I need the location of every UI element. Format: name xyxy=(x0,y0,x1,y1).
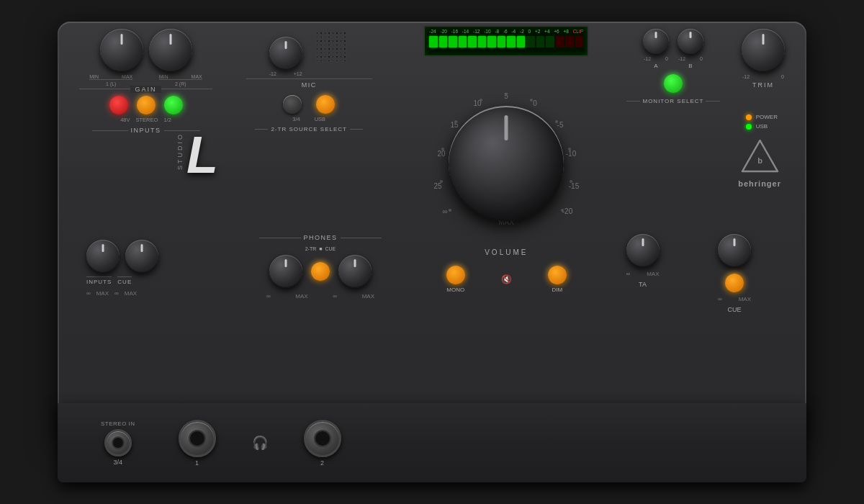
monitor-b-knob[interactable] xyxy=(678,29,703,55)
vu-bars xyxy=(429,36,583,48)
front-panel: STEREO IN 3/4 1 🎧 2 xyxy=(58,403,806,482)
phones-min-1: ∞ xyxy=(266,293,271,300)
inputs-label: INPUTS xyxy=(131,127,161,134)
mixing-section: INPUTS CUE ∞ MAX ∞ MAX xyxy=(86,234,248,297)
monitor-a-min: -12 xyxy=(644,56,651,61)
svg-text:-5: -5 xyxy=(557,121,564,129)
mixing-min-1: ∞ xyxy=(86,290,91,297)
jack-1 xyxy=(179,420,216,457)
mixing-inputs-label: INPUTS xyxy=(86,276,112,285)
cue-label: CUE xyxy=(727,306,741,313)
monitor-a-label: A xyxy=(654,63,657,69)
svg-text:20: 20 xyxy=(438,150,446,158)
gain-knob-1-wrap xyxy=(100,29,143,72)
source-34-button[interactable] xyxy=(283,95,302,114)
power-label: POWER xyxy=(756,114,778,120)
gain-min-label: MIN xyxy=(89,74,99,79)
tape-knob[interactable] xyxy=(626,234,660,267)
cue-section: ∞ MAX CUE xyxy=(691,234,778,313)
stereo-in-label: STEREO IN xyxy=(101,420,135,427)
mic-range-max: +12 xyxy=(294,71,302,76)
trim-max: 0 xyxy=(781,74,784,79)
vu-scale: -24-20-16-14-12-10-8-6-4-20+2+4+6+8CLIP xyxy=(429,29,583,34)
phones-label: PHONES xyxy=(304,234,338,241)
power-indicator xyxy=(746,114,752,120)
cue-knob-wrap xyxy=(718,234,751,270)
48v-label: 48V xyxy=(120,117,130,123)
svg-point-19 xyxy=(568,148,571,150)
jack-2-label: 2 xyxy=(320,459,324,467)
tape-min: ∞ xyxy=(626,271,631,277)
svg-text:b: b xyxy=(757,156,762,165)
phones-min-2: ∞ xyxy=(333,293,337,300)
svg-text:0: 0 xyxy=(534,99,538,107)
cue-led[interactable] xyxy=(725,274,744,292)
svg-point-17 xyxy=(530,99,533,102)
trim-knob[interactable] xyxy=(742,29,785,72)
monitor-select-label: MONITOR SELECT xyxy=(642,98,703,104)
stereo-button[interactable] xyxy=(137,96,156,114)
mic-grill xyxy=(313,29,349,65)
monitor-b-label: B xyxy=(688,63,692,69)
svg-point-13 xyxy=(441,148,444,150)
mic-label: MIC xyxy=(302,81,317,89)
mic-source-section: -12 +12 xyxy=(246,29,372,132)
cue-knob[interactable] xyxy=(718,234,751,267)
behringer-triangle-logo: b xyxy=(740,137,780,176)
phones-max-1: MAX xyxy=(295,293,307,300)
gain-knob-1[interactable] xyxy=(100,29,143,72)
usb-indicator xyxy=(746,124,752,130)
mixing-n-knob-wrap xyxy=(86,240,120,273)
stereo-in-jack xyxy=(104,429,132,456)
phones-led[interactable] xyxy=(311,262,330,281)
monitor-a-max: 0 xyxy=(665,56,668,61)
svg-text:-15: -15 xyxy=(569,182,580,190)
jack-2-section: 2 xyxy=(304,420,341,467)
source-usb-button[interactable] xyxy=(316,95,335,114)
monitor-select-button[interactable] xyxy=(664,74,683,93)
svg-point-18 xyxy=(555,120,558,123)
tape-max: MAX xyxy=(647,271,659,277)
source-34-label: 3/4 xyxy=(292,116,300,122)
phones-knob-1[interactable] xyxy=(269,255,302,288)
behringer-logo: b behringer xyxy=(738,137,781,188)
svg-point-20 xyxy=(570,180,572,183)
mixing-knob[interactable] xyxy=(125,240,158,273)
monitor-b-max: 0 xyxy=(700,56,703,61)
device-body: MIN MAX 1 (L) MIN MAX 2 (R) xyxy=(58,22,806,439)
stereo-in-section: STEREO IN 3/4 xyxy=(101,420,135,466)
stereo-label: STEREO xyxy=(136,117,158,123)
gain-knob-2-wrap xyxy=(149,29,192,72)
inputs-12-button[interactable] xyxy=(164,96,183,114)
48v-button[interactable] xyxy=(109,96,128,114)
vu-meter: -24-20-16-14-12-10-8-6-4-20+2+4+6+8CLIP xyxy=(423,25,589,57)
svg-point-22 xyxy=(449,209,451,212)
phones-cue-label: CUE xyxy=(325,246,336,251)
cue-max: MAX xyxy=(739,296,751,302)
tape-section: ∞ MAX TA xyxy=(596,234,690,288)
gain-2r-label: 2 (R) xyxy=(159,79,202,86)
audio-interface: MIN MAX 1 (L) MIN MAX 2 (R) xyxy=(36,22,828,482)
phones-max-2: MAX xyxy=(362,293,374,300)
svg-text:25: 25 xyxy=(434,182,443,190)
phones-knob-2[interactable] xyxy=(338,255,372,288)
volume-knob[interactable] xyxy=(449,106,564,221)
headphone-icon: 🎧 xyxy=(252,435,268,451)
mic-knob[interactable] xyxy=(269,37,302,70)
svg-point-12 xyxy=(440,180,443,183)
tape-knob-wrap xyxy=(626,234,660,267)
mic-range-min: -12 xyxy=(269,71,276,76)
monitor-a-knob[interactable] xyxy=(643,29,669,55)
mixing-min-2: ∞ xyxy=(114,290,119,297)
mixing-max-1: MAX xyxy=(96,290,109,297)
trim-label: TRIM xyxy=(752,81,774,89)
gain-knob-2[interactable] xyxy=(149,29,192,72)
jack-2 xyxy=(304,420,341,457)
gain-section: MIN MAX 1 (L) MIN MAX 2 (R) xyxy=(79,29,212,134)
gain-1l-label: 1 (L) xyxy=(89,79,132,86)
source-usb-label: USB xyxy=(315,116,325,122)
mixing-n-knob[interactable] xyxy=(86,240,120,273)
svg-text:-20: -20 xyxy=(562,207,573,215)
phones-section: PHONES 2-TR ■ CUE xyxy=(251,234,391,300)
phones-knob-1-wrap xyxy=(269,255,302,288)
